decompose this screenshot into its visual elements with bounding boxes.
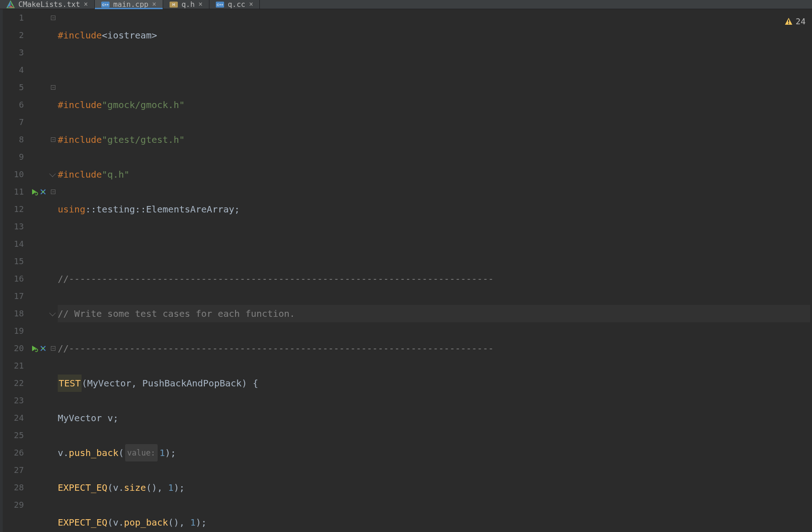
- svg-rect-19: [788, 20, 789, 22]
- tab-q-cc[interactable]: C++ q.cc ×: [209, 0, 260, 9]
- test-macro: TEST: [58, 375, 82, 392]
- tab-q-h[interactable]: H q.h ×: [163, 0, 209, 9]
- fold-handle[interactable]: [49, 340, 58, 357]
- fold-handle[interactable]: [49, 9, 58, 27]
- svg-point-17: [42, 347, 44, 349]
- code-area[interactable]: #include <iostream> #include "gmock/gmoc…: [58, 9, 812, 532]
- method-call: pop_back: [124, 514, 168, 531]
- tab-label: CMakeLists.txt: [18, 0, 80, 9]
- punct: );: [174, 479, 185, 496]
- run-test-gutter-icon[interactable]: [28, 340, 49, 357]
- include-target: "q.h": [102, 166, 129, 183]
- punct: (: [118, 444, 124, 461]
- inspection-warning-badge[interactable]: 24: [785, 13, 806, 30]
- comment: // Write some test cases for each functi…: [58, 305, 295, 322]
- svg-text:H: H: [172, 3, 175, 7]
- close-icon[interactable]: ×: [152, 1, 156, 8]
- tab-label: main.cpp: [113, 0, 148, 9]
- code-editor[interactable]: 1234 5678 9101112 13141516 17181920 2122…: [0, 9, 812, 532]
- tab-label: q.h: [181, 0, 195, 9]
- punct: (),: [146, 479, 168, 496]
- punct: );: [165, 444, 176, 461]
- svg-text:C++: C++: [102, 3, 109, 7]
- assert-macro: EXPECT_EQ: [58, 479, 107, 496]
- identifier: ElementsAreArray: [146, 201, 235, 218]
- cpp-icon: C++: [216, 0, 224, 9]
- tab-cmakelists[interactable]: CMakeLists.txt ×: [0, 0, 95, 9]
- keyword: #include: [58, 96, 102, 114]
- code-text: v.: [58, 444, 69, 461]
- fold-handle[interactable]: [49, 305, 58, 322]
- keyword: #include: [58, 166, 102, 183]
- assert-macro: EXPECT_EQ: [58, 514, 107, 531]
- svg-rect-20: [788, 23, 789, 24]
- tab-label: q.cc: [228, 0, 246, 9]
- keyword: #include: [58, 27, 102, 44]
- fold-handle[interactable]: [49, 183, 58, 201]
- namespace: ::testing::: [85, 201, 146, 218]
- gutter-marks: [28, 9, 49, 532]
- include-target: "gmock/gmock.h": [102, 96, 185, 114]
- line-number-gutter: 1234 5678 9101112 13141516 17181920 2122…: [3, 9, 28, 532]
- keyword: using: [58, 201, 85, 218]
- method-call: size: [124, 479, 146, 496]
- fold-handle[interactable]: [49, 166, 58, 183]
- svg-point-13: [42, 191, 44, 193]
- comment: //--------------------------------------…: [58, 340, 494, 357]
- comment: //--------------------------------------…: [58, 270, 494, 288]
- keyword: #include: [58, 131, 102, 148]
- number-literal: 1: [159, 444, 165, 461]
- cpp-icon: C++: [101, 0, 110, 9]
- close-icon[interactable]: ×: [249, 1, 253, 8]
- cmake-icon: [6, 0, 15, 9]
- close-icon[interactable]: ×: [84, 1, 88, 8]
- ide-window: CMakeLists.txt × C++ main.cpp × H q.h × …: [0, 0, 812, 532]
- punct: (),: [168, 514, 190, 531]
- punct: );: [196, 514, 207, 531]
- fold-column: [49, 9, 58, 532]
- number-literal: 1: [168, 479, 174, 496]
- warning-count: 24: [796, 13, 806, 30]
- punct: ;: [234, 201, 240, 218]
- punct: (v.: [107, 479, 124, 496]
- editor-tab-bar: CMakeLists.txt × C++ main.cpp × H q.h × …: [0, 0, 812, 9]
- include-target: <iostream>: [102, 27, 157, 44]
- code-text: (MyVector, PushBackAndPopBack) {: [82, 375, 258, 392]
- punct: ;: [113, 409, 118, 427]
- warning-icon: [785, 17, 793, 26]
- punct: (v.: [107, 514, 124, 531]
- identifier: v: [107, 409, 113, 427]
- method-call: push_back: [69, 444, 118, 461]
- svg-text:C++: C++: [217, 3, 223, 7]
- parameter-hint: value:: [125, 444, 158, 461]
- fold-handle[interactable]: [49, 131, 58, 148]
- tab-main-cpp[interactable]: C++ main.cpp ×: [95, 0, 163, 9]
- header-icon: H: [170, 0, 178, 9]
- number-literal: 1: [190, 514, 196, 531]
- run-test-gutter-icon[interactable]: [28, 183, 49, 201]
- include-target: "gtest/gtest.h": [102, 131, 185, 148]
- code-text: MyVector: [58, 409, 107, 427]
- fold-handle[interactable]: [49, 79, 58, 96]
- close-icon[interactable]: ×: [198, 1, 203, 8]
